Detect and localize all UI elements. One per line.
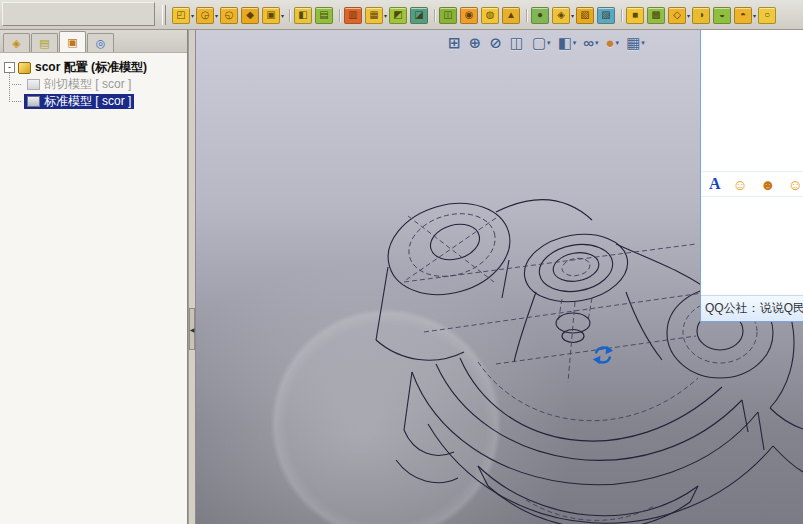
heads-up-view-toolbar: ⊞ ⊕ ⊘ ◫ ▢ xyxy=(448,35,645,50)
toolbar-icon-tile: ● xyxy=(531,7,549,24)
toolbar-icon-tile: ■ xyxy=(626,7,644,24)
toolbar-icon[interactable]: ◈ ▾ xyxy=(552,7,574,24)
toolbar-icon[interactable]: ◰ ▾ xyxy=(172,7,194,24)
toolbar-icon[interactable]: ▩ xyxy=(647,7,666,24)
toolbar-icon-glyph: ◈ xyxy=(557,10,565,20)
toolbar-icon-tile: ▨ xyxy=(597,7,615,24)
toolbar-icon[interactable]: ◧ xyxy=(294,7,313,24)
configuration-manager-panel: ◈ ▤ ▣ ◎ - scor 配置 (标准模型) xyxy=(0,30,188,524)
font-format-icon[interactable]: A xyxy=(709,176,721,192)
tab-configurationmanager[interactable]: ▣ xyxy=(59,31,86,52)
view-tool-glyph: ⊘ xyxy=(489,35,502,50)
standard-model-icon xyxy=(27,96,40,107)
toolbar-icon[interactable]: ▧ xyxy=(576,7,595,24)
toolbar-icon[interactable]: ● xyxy=(531,7,550,24)
toolbar-icon-glyph: ◪ xyxy=(414,10,423,20)
toolbar-icon[interactable]: ▲ xyxy=(502,7,521,24)
display-style-icon[interactable]: ◧ ▾ xyxy=(558,35,577,50)
zoom-previous-icon[interactable]: ⊘ xyxy=(489,35,503,50)
view-tool-glyph: ▢ xyxy=(532,35,546,50)
hide-show-items-icon[interactable]: ∞ ▾ xyxy=(583,35,598,50)
view-tool-glyph: ⊞ xyxy=(448,35,461,50)
configuration-tree: - scor 配置 (标准模型) 剖切模型 [ scor ] 标准模型 [ sc… xyxy=(0,53,187,116)
section-view-icon[interactable]: ◫ xyxy=(510,35,525,50)
toolbar-icon-tile: ▥ xyxy=(344,7,362,24)
toolbar-icon-glyph: ▥ xyxy=(348,10,357,20)
tree-row-standard-model[interactable]: 标准模型 [ scor ] xyxy=(2,93,185,110)
toolbar-icon[interactable]: ■ xyxy=(626,7,645,24)
solidworks-window: ◰ ▾ ◶ ▾ ◵ ◆ ▣ xyxy=(0,0,803,524)
dropdown-caret-icon: ▾ xyxy=(547,39,551,47)
toolbar-icon[interactable]: ▣ ▾ xyxy=(262,7,284,24)
tree-item-label: 标准模型 [ scor ] xyxy=(44,93,131,110)
emoticon-icon[interactable]: ☺ xyxy=(733,177,748,192)
toolbar-icon[interactable]: ▥ xyxy=(344,7,363,24)
tree-row-configurations-root[interactable]: - scor 配置 (标准模型) xyxy=(2,59,185,76)
toolbar-icon[interactable]: ◶ ▾ xyxy=(196,7,218,24)
dropdown-caret-icon: ▾ xyxy=(281,12,284,19)
panel-collapse-handle[interactable]: ◀ xyxy=(189,308,195,350)
dropdown-caret-icon: ▾ xyxy=(571,12,574,19)
section-model-icon xyxy=(27,79,40,90)
dropdown-caret-icon: ▾ xyxy=(595,39,599,47)
qq-status-ticker[interactable]: QQ公社：说说Q民 xyxy=(701,295,803,321)
toolbar-icon-tile: ▤ xyxy=(315,7,333,24)
toolbar-icon-glyph: ◫ xyxy=(443,10,452,20)
edit-appearance-icon[interactable]: ● ▾ xyxy=(606,35,620,50)
toolbar-icon[interactable]: ◒ xyxy=(713,7,732,24)
toolbar-icon-glyph: ◰ xyxy=(176,10,185,20)
toolbar-icon[interactable]: ○ xyxy=(758,7,777,24)
toolbar-grip[interactable] xyxy=(162,5,166,25)
apply-scene-icon[interactable]: ▦ ▾ xyxy=(626,35,645,50)
toolbar-icon-glyph: ◵ xyxy=(225,10,234,20)
top-toolbar-area: ◰ ▾ ◶ ▾ ◵ ◆ ▣ xyxy=(0,0,803,30)
toolbar-icon-glyph: ◑ xyxy=(698,10,704,20)
configuration-icon xyxy=(18,62,31,74)
toolbar-icon-tile: ▧ xyxy=(576,7,594,24)
toolbar-icon-tile: ◉ xyxy=(460,7,478,24)
toolbar-icon-tile: ◶ xyxy=(196,7,214,24)
toolbar-icon[interactable]: ◇ ▾ xyxy=(668,7,690,24)
toolbar-icon-tile: ◍ xyxy=(481,7,499,24)
dropdown-caret-icon: ▾ xyxy=(687,12,690,19)
toolbar-icon[interactable]: ◓ ▾ xyxy=(734,7,756,24)
toolbar-icon-glyph: ◒ xyxy=(719,10,725,20)
toolbar-icon[interactable]: ◑ xyxy=(692,7,711,24)
view-tool-glyph: ∞ xyxy=(583,35,594,50)
rotate-view-indicator-icon xyxy=(592,344,614,366)
zoom-area-icon[interactable]: ⊞ xyxy=(448,35,462,50)
tree-row-section-model[interactable]: 剖切模型 [ scor ] xyxy=(2,76,185,93)
toolbar-icon-tile: ▣ xyxy=(262,7,280,24)
toolbar-icon-glyph: ● xyxy=(537,10,543,20)
toolbar-icon[interactable]: ◵ xyxy=(220,7,239,24)
panel-splitter[interactable]: ◀ xyxy=(188,30,196,524)
view-orientation-icon[interactable]: ▢ ▾ xyxy=(532,35,551,50)
toolbar-icon[interactable]: ◪ xyxy=(410,7,429,24)
dropdown-caret-icon: ▾ xyxy=(191,12,194,19)
toolbar-icon[interactable]: ◩ xyxy=(389,7,408,24)
toolbar-icon[interactable]: ▦ ▾ xyxy=(365,7,387,24)
toolbar-icon-glyph: ▦ xyxy=(369,10,378,20)
main-toolbar: ◰ ▾ ◶ ▾ ◵ ◆ ▣ xyxy=(158,2,803,28)
toolbar-icon[interactable]: ▤ xyxy=(315,7,334,24)
toolbar-icon[interactable]: ▨ xyxy=(597,7,616,24)
toolbar-icon[interactable]: ◍ xyxy=(481,7,500,24)
tab-featuremanager[interactable]: ◈ xyxy=(3,33,30,52)
toolbar-icon-glyph: ◇ xyxy=(673,10,681,20)
tab-propertymanager[interactable]: ▤ xyxy=(31,33,58,52)
tab-dimxpertmanager[interactable]: ◎ xyxy=(87,33,114,52)
toolbar-icon-glyph: ◍ xyxy=(486,10,495,20)
view-tool-glyph: ● xyxy=(606,35,615,50)
panel-tab-icon: ▣ xyxy=(67,37,77,48)
zoom-fit-icon[interactable]: ⊕ xyxy=(469,35,483,50)
toolbar-icon-tile: ◧ xyxy=(294,7,312,24)
dropdown-caret-icon: ▾ xyxy=(641,39,645,47)
panel-tab-icon: ▤ xyxy=(39,38,49,49)
toolbar-icon[interactable]: ◆ xyxy=(241,7,260,24)
tree-root-label: scor 配置 (标准模型) xyxy=(35,59,147,76)
magic-expression-icon[interactable]: ☻ xyxy=(760,177,776,192)
toolbar-icon[interactable]: ◫ xyxy=(439,7,458,24)
toolbar-icon[interactable]: ◉ xyxy=(460,7,479,24)
screen-capture-icon[interactable]: ☺ xyxy=(788,177,803,192)
toolbar-icon-tile: ◓ xyxy=(734,7,752,24)
